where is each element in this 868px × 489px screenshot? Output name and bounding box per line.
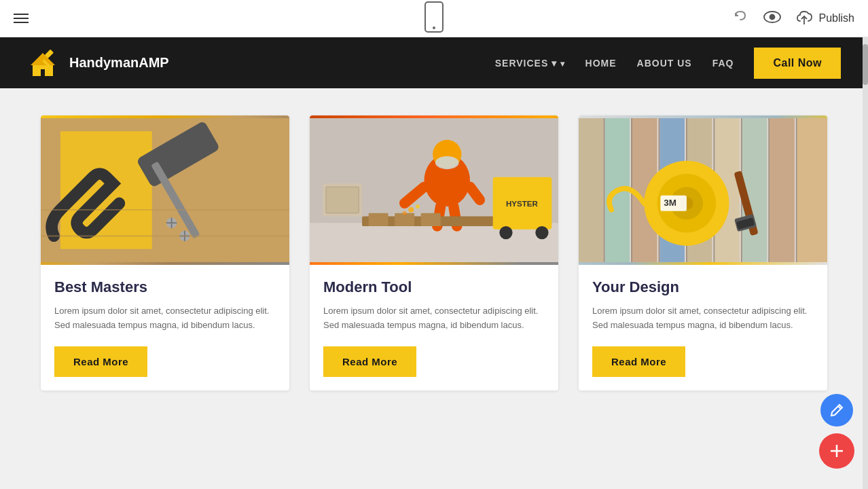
toolbar-right: Publish — [734, 9, 854, 29]
brand-name: HandymanAMP — [69, 55, 169, 71]
svg-rect-52 — [770, 118, 795, 262]
card-body-3: Your Design Lorem ipsum dolor sit amet, … — [579, 265, 827, 391]
svg-rect-53 — [797, 118, 827, 262]
card-image-2: HYSTER — [310, 115, 558, 265]
card-body-2: Modern Tool Lorem ipsum dolor sit amet, … — [310, 265, 558, 391]
scroll-thumb[interactable] — [863, 44, 868, 85]
nav-faq[interactable]: FAQ — [712, 58, 734, 69]
scrollbar[interactable] — [863, 37, 868, 489]
svg-point-1 — [433, 26, 435, 29]
nav-links: SERVICES ▾ HOME ABOUT US FAQ Call Now — [495, 48, 841, 79]
card-text-2: Lorem ipsum dolor sit amet, consectetur … — [323, 304, 545, 333]
phone-frame-icon — [424, 1, 444, 33]
read-more-button-2[interactable]: Read More — [323, 346, 416, 377]
cards-grid: Best Masters Lorem ipsum dolor sit amet,… — [41, 115, 827, 391]
card-image-1 — [41, 115, 289, 265]
card-title-3: Your Design — [592, 278, 814, 296]
card-title-1: Best Masters — [54, 278, 276, 296]
brand-logo — [27, 46, 61, 80]
card-best-masters: Best Masters Lorem ipsum dolor sit amet,… — [41, 115, 289, 391]
card-modern-tool: HYSTER Modern Tool Lorem ipsum dolor sit… — [310, 115, 558, 391]
toolbar-center — [424, 1, 444, 35]
cloud-upload-icon — [795, 11, 814, 26]
main-content: Best Masters Lorem ipsum dolor sit amet,… — [0, 88, 868, 489]
svg-point-37 — [499, 226, 512, 239]
read-more-button-1[interactable]: Read More — [54, 346, 147, 377]
toolbar-left — [14, 14, 29, 23]
toolbar: Publish — [0, 0, 868, 37]
card-title-2: Modern Tool — [323, 278, 545, 296]
read-more-button-3[interactable]: Read More — [592, 346, 685, 377]
svg-point-40 — [416, 204, 420, 209]
svg-point-41 — [403, 211, 407, 215]
navbar: HandymanAMP SERVICES ▾ HOME ABOUT US FAQ… — [0, 37, 868, 88]
brand: HandymanAMP — [27, 46, 169, 80]
svg-text:HYSTER: HYSTER — [506, 200, 538, 208]
fab-edit-button[interactable] — [820, 394, 853, 427]
svg-rect-45 — [579, 118, 604, 262]
card-image-3: 3M — [579, 115, 827, 265]
nav-services[interactable]: SERVICES ▾ — [495, 58, 565, 69]
publish-button[interactable]: Publish — [795, 11, 854, 26]
card-body-1: Best Masters Lorem ipsum dolor sit amet,… — [41, 265, 289, 391]
call-now-button[interactable]: Call Now — [754, 48, 841, 79]
svg-point-38 — [535, 226, 548, 239]
undo-icon[interactable] — [734, 9, 750, 29]
svg-rect-32 — [369, 213, 388, 226]
svg-rect-43 — [326, 187, 359, 213]
card-your-design: 3M Your Design Lorem ipsum dolor sit ame… — [579, 115, 827, 391]
card-text-1: Lorem ipsum dolor sit amet, consectetur … — [54, 304, 276, 333]
publish-label: Publish — [819, 12, 854, 24]
eye-icon[interactable] — [763, 11, 781, 26]
svg-rect-34 — [421, 213, 441, 226]
svg-text:3M: 3M — [664, 198, 676, 208]
svg-point-26 — [435, 156, 459, 169]
fab-add-button[interactable] — [819, 433, 854, 469]
nav-about[interactable]: ABOUT US — [637, 58, 692, 69]
hamburger-icon[interactable] — [14, 14, 29, 23]
fab-container — [819, 394, 854, 469]
card-text-3: Lorem ipsum dolor sit amet, consectetur … — [592, 304, 814, 333]
svg-point-3 — [770, 14, 774, 19]
svg-point-39 — [408, 207, 414, 213]
nav-home[interactable]: HOME — [585, 58, 617, 69]
